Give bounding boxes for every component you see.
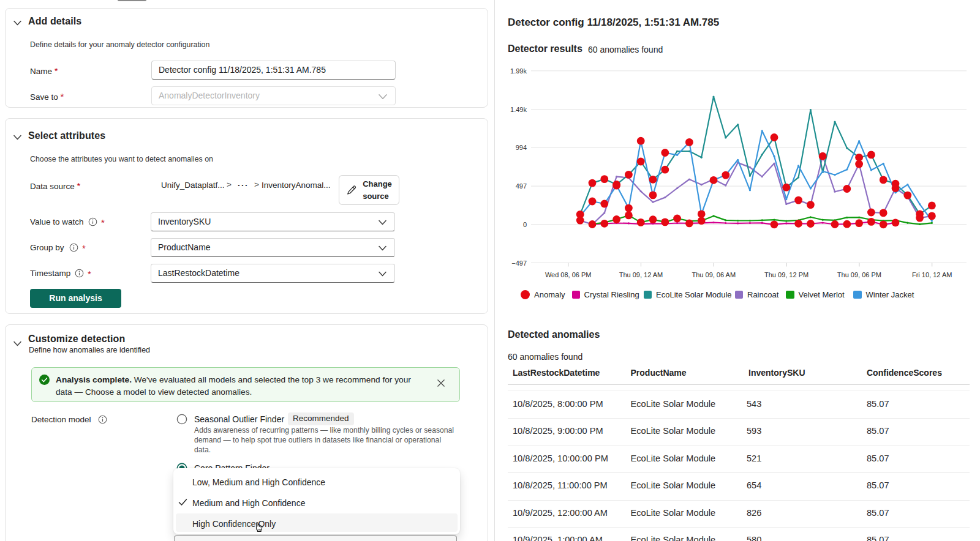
svg-text:Thu 09, 06 PM: Thu 09, 06 PM	[837, 271, 881, 278]
svg-text:1.99k: 1.99k	[510, 67, 527, 75]
svg-text:994: 994	[516, 144, 527, 151]
svg-text:Wed 08, 06 PM: Wed 08, 06 PM	[545, 271, 592, 278]
svg-text:−497: −497	[511, 259, 527, 267]
svg-text:0: 0	[523, 221, 527, 228]
svg-text:1.49k: 1.49k	[510, 106, 527, 113]
svg-text:Thu 09, 12 AM: Thu 09, 12 AM	[619, 271, 663, 278]
svg-text:497: 497	[516, 182, 527, 190]
svg-text:Thu 09, 12 PM: Thu 09, 12 PM	[764, 271, 809, 278]
svg-text:Thu 09, 06 AM: Thu 09, 06 AM	[692, 271, 736, 278]
svg-text:Fri 10, 12 AM: Fri 10, 12 AM	[912, 271, 952, 278]
